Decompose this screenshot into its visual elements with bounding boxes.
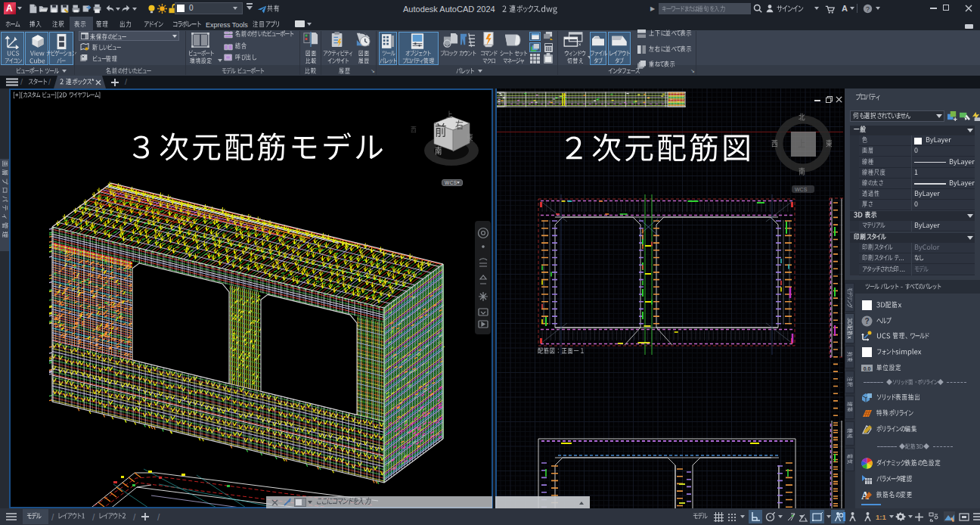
- svg-text:0.0: 0.0: [864, 366, 871, 371]
- svg-text:?: ?: [866, 5, 870, 13]
- svg-text:?: ?: [864, 317, 869, 325]
